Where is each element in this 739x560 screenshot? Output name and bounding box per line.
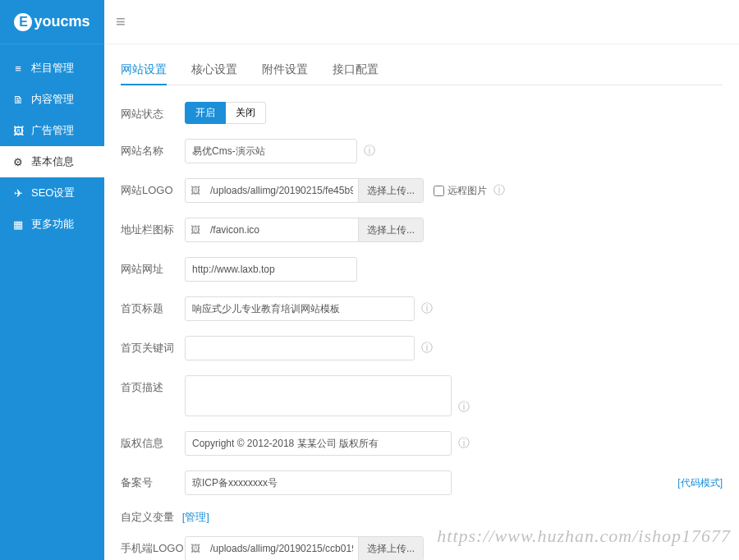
sidebar: Eyoucms ≡栏目管理 🗎内容管理 🖼广告管理 ⚙基本信息 ✈SEO设置 ▦… [0, 0, 104, 560]
remote-label: 远程图片 [448, 184, 487, 198]
image-icon: 🖼 [186, 185, 205, 196]
main-panel: ≡ 网站设置 核心设置 附件设置 接口配置 网站状态 开启 关闭 网站名称 [104, 0, 739, 560]
tab-attach-settings[interactable]: 附件设置 [262, 56, 308, 85]
row-mobile-logo: 手机端LOGO 🖼 选择上传... [121, 536, 723, 560]
grid-icon: ▦ [11, 218, 25, 231]
home-title-input[interactable] [185, 296, 415, 321]
row-site-logo: 网站LOGO 🖼 选择上传... 远程图片 ⓘ [121, 178, 723, 203]
label-icp: 备案号 [121, 470, 185, 490]
topbar: ≡ [104, 0, 739, 44]
row-home-keywords: 首页关键词 ⓘ [121, 336, 723, 360]
keywords-input[interactable] [185, 336, 415, 360]
upload-button[interactable]: 选择上传... [358, 179, 423, 202]
tab-core-settings[interactable]: 核心设置 [191, 56, 237, 85]
label-keywords: 首页关键词 [121, 336, 185, 356]
label-mobile-logo: 手机端LOGO [121, 536, 185, 556]
help-icon[interactable]: ⓘ [364, 144, 375, 158]
nav-label: 栏目管理 [31, 61, 74, 76]
mobile-logo-input-wrap: 🖼 选择上传... [185, 536, 424, 560]
file-icon: 🗎 [11, 94, 25, 106]
label-desc: 首页描述 [121, 375, 185, 395]
row-copyright: 版权信息 ⓘ [121, 431, 723, 456]
nav-seo-settings[interactable]: ✈SEO设置 [0, 177, 104, 209]
upload-button[interactable]: 选择上传... [358, 218, 423, 241]
row-home-title: 首页标题 ⓘ [121, 296, 723, 321]
logo-path-input[interactable] [205, 179, 358, 202]
status-on-button[interactable]: 开启 [185, 102, 226, 124]
help-icon[interactable]: ⓘ [493, 183, 505, 198]
remote-image-checkbox[interactable]: 远程图片 [434, 184, 487, 198]
mobile-logo-input[interactable] [205, 537, 358, 560]
row-site-url: 网站网址 [121, 257, 723, 282]
desc-textarea[interactable] [185, 375, 452, 416]
image-icon: 🖼 [186, 543, 205, 554]
favicon-path-input[interactable] [205, 218, 358, 241]
tab-api-config[interactable]: 接口配置 [333, 56, 379, 85]
nav-label: 内容管理 [31, 92, 74, 107]
nav-ad-manage[interactable]: 🖼广告管理 [0, 115, 104, 146]
tab-site-settings[interactable]: 网站设置 [121, 56, 167, 85]
copyright-input[interactable] [185, 431, 452, 456]
label-logo: 网站LOGO [121, 178, 185, 198]
logo-text: youcms [34, 13, 90, 30]
nav-column-manage[interactable]: ≡栏目管理 [0, 53, 104, 84]
logo-badge: E [14, 13, 32, 31]
help-icon[interactable]: ⓘ [421, 341, 433, 356]
nav-label: 更多功能 [31, 217, 74, 232]
list-icon: ≡ [11, 62, 25, 75]
settings-tabs: 网站设置 核心设置 附件设置 接口配置 [121, 56, 723, 85]
status-toggle: 开启 关闭 [185, 102, 266, 124]
site-name-input[interactable] [185, 139, 357, 163]
row-site-name: 网站名称 ⓘ [121, 139, 723, 163]
help-icon[interactable]: ⓘ [458, 436, 470, 451]
brand-logo: Eyoucms [0, 0, 104, 44]
nav-label: 广告管理 [31, 123, 74, 138]
nav-menu: ≡栏目管理 🗎内容管理 🖼广告管理 ⚙基本信息 ✈SEO设置 ▦更多功能 [0, 53, 104, 240]
nav-more-features[interactable]: ▦更多功能 [0, 209, 104, 240]
icp-input[interactable] [185, 470, 452, 495]
remote-checkbox-input[interactable] [434, 186, 444, 196]
nav-content-manage[interactable]: 🗎内容管理 [0, 84, 104, 115]
label-favicon: 地址栏图标 [121, 218, 185, 237]
label-status: 网站状态 [121, 102, 185, 122]
content-area: 网站设置 核心设置 附件设置 接口配置 网站状态 开启 关闭 网站名称 [104, 44, 739, 560]
row-home-desc: 首页描述 ⓘ [121, 375, 723, 416]
label-url: 网站网址 [121, 257, 185, 277]
label-site-name: 网站名称 [121, 139, 185, 158]
row-icp: 备案号 [代码模式] [121, 470, 723, 495]
nav-label: 基本信息 [31, 154, 74, 169]
row-site-status: 网站状态 开启 关闭 [121, 102, 723, 124]
code-mode-link[interactable]: [代码模式] [677, 476, 723, 490]
help-icon[interactable]: ⓘ [421, 301, 433, 316]
custom-var-heading: 自定义变量 [管理] [121, 510, 723, 525]
row-favicon: 地址栏图标 🖼 选择上传... [121, 218, 723, 242]
status-off-button[interactable]: 关闭 [226, 102, 266, 124]
image-icon: 🖼 [186, 224, 205, 236]
nav-basic-info[interactable]: ⚙基本信息 [0, 146, 104, 177]
help-icon[interactable]: ⓘ [458, 400, 470, 415]
manage-link[interactable]: [管理] [182, 511, 209, 523]
label-title: 首页标题 [121, 296, 185, 316]
favicon-input-wrap: 🖼 选择上传... [185, 218, 424, 242]
plane-icon: ✈ [11, 187, 25, 200]
menu-toggle-icon[interactable]: ≡ [116, 12, 126, 31]
custom-var-text: 自定义变量 [121, 511, 174, 523]
site-url-input[interactable] [185, 257, 357, 282]
upload-button[interactable]: 选择上传... [358, 537, 423, 560]
nav-label: SEO设置 [31, 186, 75, 200]
image-icon: 🖼 [11, 125, 25, 137]
logo-input-wrap: 🖼 选择上传... [185, 178, 424, 203]
gear-icon: ⚙ [11, 156, 25, 168]
label-copyright: 版权信息 [121, 431, 185, 451]
